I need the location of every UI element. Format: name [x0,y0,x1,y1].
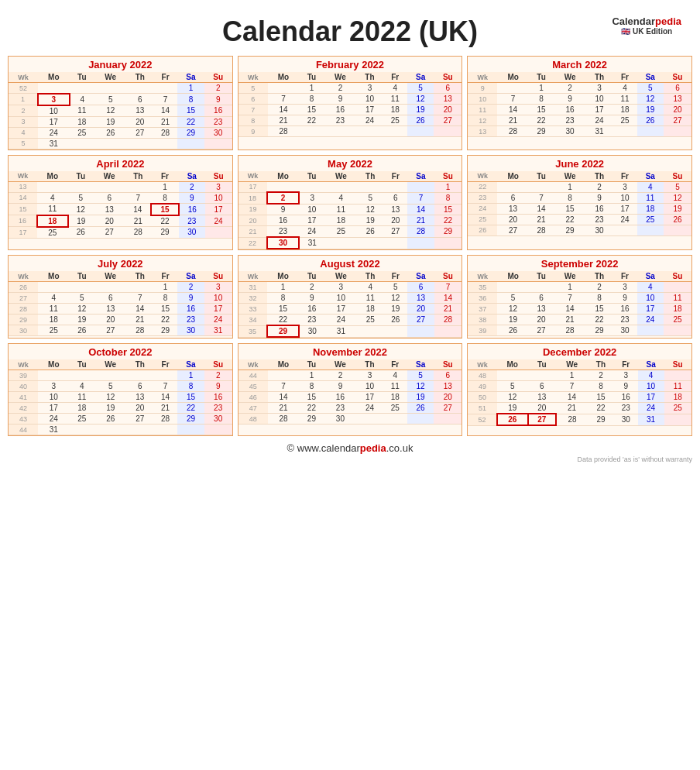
day-cell: 2 [324,370,357,381]
day-cell: 5 [407,83,434,94]
day-cell: 20 [383,215,407,226]
day-cell: 23 [586,214,612,225]
day-cell: 19 [664,203,691,214]
col-header-sa: Sa [637,72,664,83]
day-cell: 21 [497,115,529,126]
day-cell: 24 [325,315,357,326]
day-cell: 4 [70,94,94,105]
day-cell [497,83,529,94]
month-title-9: October 2022 [9,344,232,359]
day-cell [383,414,407,425]
day-cell: 27 [407,315,434,326]
week-number: 47 [238,403,268,414]
day-cell: 19 [383,304,407,315]
day-cell: 28 [407,226,434,238]
day-cell: 12 [637,94,664,105]
day-cell: 9 [177,293,204,304]
day-cell [268,370,300,381]
day-cell: 29 [434,226,462,238]
day-cell: 14 [268,105,300,115]
table-row: 5012131415161718 [468,392,691,403]
month-title-6: July 2022 [9,256,232,271]
col-header-mo: Mo [497,359,528,370]
week-number: 19 [238,204,268,215]
day-cell: 15 [299,105,324,115]
day-cell: 26 [664,214,691,225]
week-number: 14 [9,192,37,204]
day-cell: 16 [612,304,637,315]
week-number: 10 [468,94,497,105]
table-row: 4110111213141516 [9,392,232,403]
table-row: 3422232425262728 [238,315,462,326]
day-cell: 14 [529,203,554,214]
col-header-wk: Wk [9,171,37,182]
day-cell: 25 [383,403,407,414]
week-number: 29 [9,315,38,325]
col-header-we: We [94,359,127,370]
col-header-th: Th [357,171,383,182]
day-cell [664,325,691,336]
day-cell: 21 [153,403,177,414]
day-cell [153,370,177,381]
day-cell: 23 [299,315,325,326]
day-cell: 26 [497,325,529,336]
day-cell: 18 [664,392,691,403]
day-cell: 7 [268,381,300,392]
day-cell: 24 [356,403,383,414]
month-block-8: September 2022WkMoTuWeThFrSaSu3512343656… [467,255,692,339]
week-number: 40 [9,381,38,392]
day-cell [357,325,383,337]
day-cell: 30 [324,414,357,425]
week-number: 16 [9,215,37,227]
day-cell [434,414,462,425]
table-row: 3025262728293031 [9,325,232,336]
day-cell: 12 [68,204,94,215]
day-cell: 26 [383,315,407,326]
col-header-we: We [554,271,586,282]
table-row: 4614151617181920 [238,392,462,403]
day-cell: 7 [529,192,554,203]
table-row: 3315161718192021 [238,304,462,315]
day-cell: 18 [383,105,407,115]
day-cell [407,414,434,425]
day-cell: 3 [586,83,612,94]
day-cell: 14 [497,105,529,115]
day-cell: 20 [94,315,127,325]
table-row: 49567891011 [468,381,691,392]
day-cell: 11 [70,105,94,117]
col-header-we: We [324,72,357,83]
day-cell: 16 [324,392,357,403]
col-header-sa: Sa [177,271,204,282]
day-cell: 29 [153,325,177,336]
table-row: 403456789 [9,381,232,392]
col-header-su: Su [204,271,232,282]
day-cell: 29 [151,227,179,239]
table-row: 2745678910 [9,293,232,304]
col-header-sa: Sa [407,171,434,182]
month-title-1: February 2022 [238,57,462,72]
day-cell: 25 [70,414,94,425]
logo-area: Calendarpedia 🇬🇧 UK Edition [612,15,681,36]
day-cell: 4 [637,282,664,293]
day-cell: 31 [325,325,357,337]
day-cell: 17 [299,215,325,226]
table-row: 4721222324252627 [238,403,462,414]
day-cell [664,414,691,425]
day-cell: 9 [299,293,325,304]
day-cell: 24 [205,215,232,227]
day-cell: 16 [204,105,232,117]
col-header-sa: Sa [407,359,434,370]
week-number: 38 [468,315,497,325]
day-cell: 15 [588,392,614,403]
day-cell: 18 [70,116,94,127]
week-number: 39 [9,370,38,381]
day-cell: 20 [529,315,554,325]
day-cell: 12 [94,392,127,403]
day-cell: 29 [554,225,586,235]
table-row: 48282930 [238,414,462,425]
day-cell: 27 [127,414,153,425]
table-row: 1445678910 [9,192,232,204]
day-cell [356,414,383,425]
day-cell [357,237,383,249]
day-cell: 21 [127,315,153,325]
